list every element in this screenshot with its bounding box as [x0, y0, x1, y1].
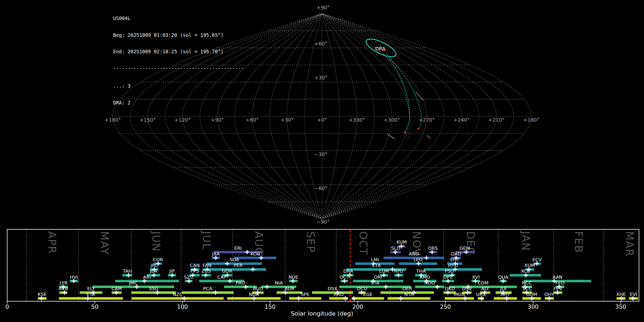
shower-label-fan: FAN	[203, 263, 211, 268]
shower-bar-pca	[182, 291, 234, 294]
shower-label-dkd: DKD	[445, 286, 455, 291]
shower-bar-nzc	[132, 297, 224, 300]
shower-bar-pau	[224, 286, 257, 288]
shower-label-jea: JEA	[149, 268, 157, 274]
lat-label-30: +30°	[314, 75, 328, 80]
shower-label-nda: NDA	[249, 292, 259, 297]
x-axis-title: Solar longitude (deg)	[291, 310, 353, 317]
lon-label--2: +60°	[246, 117, 259, 123]
lon-label-5: +210°	[488, 117, 504, 123]
shower-label-ocu: OCU	[357, 286, 367, 291]
lon-label-2: +300°	[384, 117, 400, 123]
shower-label-ecv: ECV	[532, 257, 542, 262]
shower-label-hvi: HVI	[70, 274, 78, 280]
shower-label-pca: PCA	[203, 286, 213, 291]
shower-label-kcg: KCG	[250, 251, 260, 257]
count-dra: DRA: 2	[113, 100, 244, 106]
shower-label-per: PER	[234, 263, 243, 268]
track-end-dot-0	[404, 132, 406, 133]
month-label-jul: JUL	[200, 230, 213, 250]
shower-label-qua: QUA	[498, 274, 508, 280]
shower-label-tha: THA	[416, 268, 426, 274]
shower-bar-sta	[339, 286, 411, 288]
month-label-feb: FEB	[572, 231, 585, 253]
shower-label-aur: AUR	[284, 286, 294, 291]
shower-label-ari: ARI	[143, 274, 151, 280]
shower-label-psu: PSU	[445, 268, 454, 274]
shower-label-xcb: XCB	[521, 268, 530, 274]
month-label-mar: MAR	[623, 231, 636, 257]
shower-label-avb: AVB	[59, 286, 68, 291]
shower-label-mon: MON	[454, 292, 465, 297]
lon-label--4: +120°	[174, 117, 190, 123]
month-label-sep: SEP	[304, 231, 317, 253]
shower-label-jip: JIP	[169, 268, 175, 274]
station-id: US004L	[113, 16, 244, 21]
x-tick-label-350: 350	[615, 303, 626, 310]
shower-bar-ssg	[131, 291, 176, 294]
shower-bar-nta	[387, 297, 430, 300]
shower-label-gdr: GDR	[222, 268, 232, 274]
shower-label-gem: GEM	[459, 245, 470, 251]
shower-label-hyd: HYD	[448, 263, 458, 268]
meteor-trail-2	[427, 135, 430, 138]
shower-label-dsx: DSX	[328, 286, 337, 291]
shower-label-xhe: XHE	[616, 292, 626, 297]
shower-label-dra: DRA	[343, 268, 353, 274]
shower-label-jle: JLE	[500, 286, 507, 291]
shower-bar-jmc	[92, 286, 174, 288]
x-tick-label-50: 50	[91, 303, 98, 310]
shower-bar-per	[210, 268, 266, 271]
shower-bar-ari	[115, 280, 179, 282]
shower-bar-ege	[352, 297, 384, 300]
shower-label-zcs: ZCS	[201, 268, 211, 274]
shower-label-lmi: LMI	[371, 257, 379, 262]
shower-label-xum: XUM	[525, 263, 535, 268]
shower-label-rpu: RPU	[394, 268, 403, 274]
shower-bar-mon	[445, 297, 474, 300]
meteor-radiant-screen: +180°+150°+120°+90°+60°+30°+0°+330°+300°…	[0, 0, 644, 322]
shower-label-fed: FED	[555, 280, 565, 286]
shower-label-ely: ELY	[87, 286, 95, 291]
shower-label-aud: AUD	[253, 286, 263, 291]
map-meridian-45	[322, 14, 374, 219]
shower-label-nue: NUE	[288, 274, 298, 280]
shower-label-dad: DAD	[451, 251, 462, 257]
shower-label-lum: LUM	[379, 268, 389, 274]
shower-label-cam: CAM	[111, 286, 122, 291]
shower-label-dpc: DPC	[443, 274, 453, 280]
month-label-jun: JUN	[150, 230, 162, 252]
shower-label-leo: LEO	[414, 257, 423, 262]
shower-label-aly: ALY	[481, 286, 489, 291]
shower-label-com: COM	[478, 280, 489, 286]
shower-label-amo: AMO	[419, 274, 430, 280]
lat-label-60: +60°	[314, 41, 328, 47]
shower-label-nta: NTA	[404, 292, 414, 297]
count-unclassified: ...: 3	[113, 83, 244, 89]
shower-label-kse: KSE	[38, 292, 47, 297]
shower-label-ege: EGE	[363, 292, 373, 297]
shower-label-ehy: EHY	[450, 257, 459, 262]
lat-label--60: −60°	[314, 185, 328, 191]
shower-label-cor: COR	[153, 257, 163, 262]
shower-label-ori: ORI	[374, 274, 382, 280]
end-time: End: 20251009 02:18:25 (sol = 195.70°)	[113, 49, 244, 55]
shower-label-sda: SDA	[229, 257, 239, 262]
shower-label-can: CAN	[190, 263, 200, 268]
shower-label-spe: SPE	[301, 292, 309, 297]
shower-label-pau: PAU	[236, 280, 245, 286]
shower-label-cap: CAP	[217, 274, 226, 280]
shower-label-ahy: AHY	[501, 292, 510, 297]
month-label-may: MAY	[98, 231, 111, 255]
shower-label-ssg: SSG	[149, 286, 158, 291]
x-tick-label-150: 150	[265, 303, 276, 310]
shower-label-tah: TAH	[122, 268, 132, 274]
lon-label--5: +150°	[140, 117, 156, 123]
lon-label-3: +270°	[419, 117, 435, 123]
begin-time: Beg: 20251009 01:03:20 (sol = 195.65°)	[113, 33, 244, 38]
shower-label-eta: ETA	[87, 292, 95, 297]
shower-label-gum: GUM	[526, 292, 537, 297]
shower-label-jrc: JRC	[150, 263, 158, 268]
shower-bar-eta	[59, 297, 123, 300]
shower-label-lyr: LYR	[59, 280, 68, 286]
